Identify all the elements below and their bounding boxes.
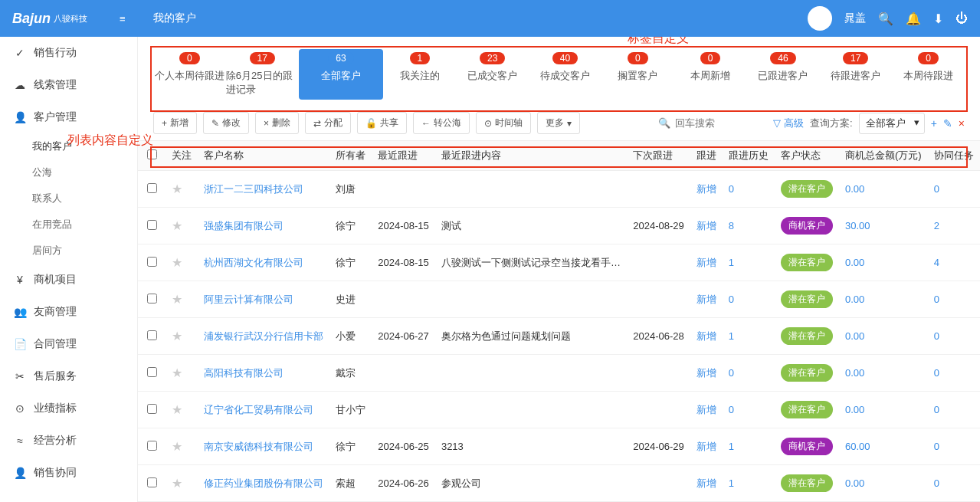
customer-name-link[interactable]: 浙江一二三四科技公司 [204, 183, 303, 195]
power-icon[interactable]: ⏻ [955, 11, 968, 25]
toolbar-button[interactable]: 🔓共享 [357, 112, 407, 134]
tasks-link[interactable]: 0 [934, 477, 939, 489]
column-header[interactable]: 所有者 [329, 141, 372, 171]
row-checkbox[interactable] [138, 318, 166, 355]
tasks-link[interactable]: 4 [934, 257, 939, 268]
filter-tab[interactable]: 0个人本周待跟进 [153, 49, 226, 100]
sidebar-item[interactable]: 👥友商管理 [0, 296, 137, 328]
column-header[interactable]: 最近跟进内容 [435, 141, 627, 171]
menu-toggle-icon[interactable]: ≡ [120, 13, 126, 25]
filter-tab[interactable]: 63全部客户 [299, 49, 384, 100]
amount-link[interactable]: 0.00 [845, 183, 864, 195]
tasks-link[interactable]: 0 [934, 367, 939, 379]
column-header[interactable]: 商机总金额(万元) [839, 141, 928, 171]
follow-link[interactable]: 新增 [696, 477, 716, 489]
history-link[interactable]: 8 [729, 220, 734, 231]
star-icon[interactable]: ★ [172, 477, 182, 490]
star-icon[interactable]: ★ [172, 182, 182, 195]
toolbar-button[interactable]: +新增 [153, 112, 197, 134]
filter-tab[interactable]: 40待成交客户 [529, 49, 601, 100]
filter-tab[interactable]: 17除6月25日的跟进记录 [226, 49, 299, 100]
delete-scheme-icon[interactable]: × [959, 117, 965, 130]
row-checkbox[interactable] [138, 392, 166, 428]
sidebar-item[interactable]: ⊙业绩指标 [0, 392, 137, 425]
sidebar-item[interactable]: ✓销售行动 [0, 37, 137, 69]
amount-link[interactable]: 60.00 [845, 441, 870, 452]
row-checkbox[interactable] [138, 208, 166, 244]
toolbar-button[interactable]: ←转公海 [413, 112, 470, 134]
row-checkbox[interactable] [138, 428, 166, 465]
history-link[interactable]: 1 [729, 441, 734, 452]
sidebar-sub-item[interactable]: 公海 [0, 159, 137, 185]
bell-icon[interactable]: 🔔 [906, 11, 921, 26]
filter-tab[interactable]: 0本周待跟进 [892, 49, 965, 100]
toolbar-button[interactable]: ⊙时间轴 [476, 112, 531, 134]
tasks-link[interactable]: 0 [934, 294, 939, 305]
search-box[interactable]: 🔍 [658, 117, 767, 129]
column-header[interactable]: 协同任务 [928, 141, 980, 171]
follow-link[interactable]: 新增 [696, 330, 716, 342]
amount-link[interactable]: 0.00 [845, 330, 864, 342]
star-icon[interactable]: ★ [172, 256, 182, 269]
add-scheme-icon[interactable]: + [931, 117, 937, 130]
tasks-link[interactable]: 2 [934, 220, 939, 231]
filter-tab[interactable]: 0本周新增 [674, 49, 747, 100]
table-row[interactable]: ★ 杭州西湖文化有限公司 徐宁 2024-08-15 八骏测试一下侧测试记录空当… [138, 244, 980, 281]
customer-name-link[interactable]: 南京安威德科技有限公司 [204, 441, 313, 452]
customer-name-link[interactable]: 浦发银行武汉分行信用卡部 [204, 330, 323, 342]
advanced-link[interactable]: ▽高级 [773, 116, 804, 130]
history-link[interactable]: 0 [729, 367, 734, 379]
filter-tab[interactable]: 23已成交客户 [456, 49, 529, 100]
search-input[interactable] [675, 117, 767, 129]
customer-name-link[interactable]: 辽宁省化工贸易有限公司 [204, 404, 313, 415]
filter-tab[interactable]: 46已跟进客户 [747, 49, 820, 100]
filter-tab[interactable]: 17待跟进客户 [819, 49, 892, 100]
history-link[interactable]: 0 [729, 404, 734, 415]
amount-link[interactable]: 0.00 [845, 477, 864, 489]
brand-logo[interactable]: Bajun 八骏科技 [12, 8, 104, 29]
sidebar-item[interactable]: ≈经营分析 [0, 425, 137, 457]
sidebar-sub-item[interactable]: 在用竞品 [0, 212, 137, 238]
sidebar-item[interactable]: 👤销售协同 [0, 457, 137, 489]
tasks-link[interactable]: 0 [934, 183, 939, 195]
follow-link[interactable]: 新增 [696, 367, 716, 379]
tasks-link[interactable]: 0 [934, 330, 939, 342]
search-icon[interactable]: 🔍 [878, 11, 893, 26]
column-header[interactable]: 最近跟进 [372, 141, 435, 171]
row-checkbox[interactable] [138, 355, 166, 392]
column-header[interactable]: 关注 [166, 141, 198, 171]
amount-link[interactable]: 0.00 [845, 294, 864, 305]
table-row[interactable]: ★ 浙江一二三四科技公司 刘唐 新增 0 潜在客户 0.00 0 [138, 171, 980, 208]
history-link[interactable]: 1 [729, 330, 734, 342]
table-row[interactable]: ★ 辽宁省化工贸易有限公司 甘小宁 新增 0 潜在客户 0.00 0 [138, 392, 980, 428]
follow-link[interactable]: 新增 [696, 257, 716, 268]
download-icon[interactable]: ⬇ [933, 11, 943, 26]
row-checkbox[interactable] [138, 281, 166, 318]
sidebar-item[interactable]: ¥商机项目 [0, 264, 137, 296]
star-icon[interactable]: ★ [172, 366, 182, 379]
table-row[interactable]: ★ 修正药业集团股份有限公司 索超 2024-06-26 参观公司 新增 1 潜… [138, 465, 980, 502]
follow-link[interactable]: 新增 [696, 441, 716, 452]
star-icon[interactable]: ★ [172, 330, 182, 343]
column-header[interactable]: 客户名称 [198, 141, 329, 171]
table-row[interactable]: ★ 高阳科技有限公司 戴宗 新增 0 潜在客户 0.00 0 [138, 355, 980, 392]
column-header[interactable]: 跟进 [690, 141, 723, 171]
amount-link[interactable]: 30.00 [845, 220, 870, 231]
sidebar-item[interactable]: ✂售后服务 [0, 360, 137, 392]
toolbar-button[interactable]: ✎修改 [203, 112, 249, 134]
column-header[interactable]: 下次跟进 [627, 141, 690, 171]
customer-name-link[interactable]: 强盛集团有限公司 [204, 220, 284, 231]
history-link[interactable]: 0 [729, 183, 734, 195]
header-current-tab[interactable]: 我的客户 [144, 0, 205, 37]
customer-name-link[interactable]: 修正药业集团股份有限公司 [204, 477, 323, 489]
table-row[interactable]: ★ 南京安威德科技有限公司 徐宁 2024-06-25 3213 2024-06… [138, 428, 980, 465]
sidebar-item[interactable]: 👤客户管理 [0, 101, 137, 133]
star-icon[interactable]: ★ [172, 440, 182, 453]
toolbar-button[interactable]: ×删除 [255, 112, 299, 134]
table-row[interactable]: ★ 阿里云计算有限公司 史进 新增 0 潜在客户 0.00 0 [138, 281, 980, 318]
amount-link[interactable]: 0.00 [845, 367, 864, 379]
history-link[interactable]: 1 [729, 257, 734, 268]
customer-name-link[interactable]: 杭州西湖文化有限公司 [204, 257, 303, 268]
star-icon[interactable]: ★ [172, 403, 182, 416]
table-row[interactable]: ★ 强盛集团有限公司 徐宁 2024-08-15 测试 2024-08-29 新… [138, 208, 980, 244]
